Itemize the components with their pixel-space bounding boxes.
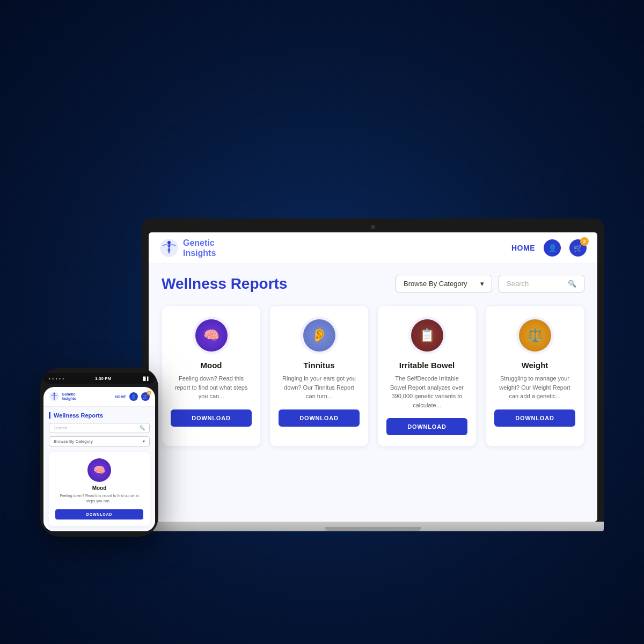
bowel-icon: 📋: [411, 319, 443, 352]
tinnitus-icon-wrap: 👂: [301, 317, 338, 354]
phone-battery: ▐▌▌: [142, 377, 150, 380]
phone-status-bar: • • • • • 1:30 PM ▐▌▌: [43, 373, 155, 384]
phone-cart-icon[interactable]: 🛒 2: [141, 392, 150, 401]
cart-icon[interactable]: 🛒 2: [569, 239, 587, 257]
svg-point-2: [167, 241, 171, 244]
phone-logo-icon: [49, 391, 60, 402]
tinnitus-icon: 👂: [303, 319, 335, 352]
bowel-desc: The SelfDecode Irritable Bowel Report an…: [386, 374, 467, 409]
report-card-tinnitus: 👂 Tinnitus Ringing in your ears got you …: [269, 305, 369, 447]
tinnitus-desc: Ringing in your ears got you down? Our T…: [279, 374, 360, 401]
tinnitus-title: Tinnitus: [279, 361, 360, 370]
logo-icon: [159, 238, 179, 258]
phone-nav: HOME 👤 🛒 2: [115, 392, 150, 401]
scene: Genetic Insights HOME 👤 🛒 2: [40, 80, 604, 564]
nav-home-link[interactable]: HOME: [511, 244, 535, 252]
phone-download-button[interactable]: DOWNLOAD: [55, 509, 143, 519]
phone-chevron-icon: ▾: [143, 439, 145, 444]
app-nav: HOME 👤 🛒 2: [511, 239, 587, 257]
mood-title: Mood: [171, 361, 252, 370]
mood-icon: 🧠: [195, 319, 228, 352]
bowel-title: Irritable Bowel: [386, 361, 467, 370]
phone-nav-home[interactable]: HOME: [115, 395, 126, 399]
mood-download-button[interactable]: DOWNLOAD: [171, 409, 252, 427]
phone-mood-desc: Feeling down? Read this report to find o…: [55, 493, 143, 504]
phone-search-icon: 🔍: [140, 426, 145, 430]
phone-cart-badge: 2: [147, 391, 151, 395]
phone-search-box[interactable]: Search 🔍: [49, 423, 150, 433]
phone-mood-icon: 🧠: [87, 458, 111, 482]
svg-point-5: [54, 393, 55, 394]
phone-signal: • • • • •: [49, 377, 64, 380]
reports-grid: 🧠 Mood Feeling down? Read this report to…: [162, 305, 584, 447]
report-card-weight: ⚖️ Weight Struggling to manage your weig…: [485, 305, 584, 447]
app-header: Genetic Insights HOME 👤 🛒 2: [149, 232, 597, 264]
app-logo: Genetic Insights: [159, 238, 216, 258]
laptop-device: Genetic Insights HOME 👤 🛒 2: [142, 218, 604, 531]
weight-desc: Struggling to manage your weight? Our We…: [494, 374, 575, 401]
weight-icon-wrap: ⚖️: [516, 317, 554, 354]
phone-outer: • • • • • 1:30 PM ▐▌▌: [40, 368, 158, 537]
category-dropdown[interactable]: Browse By Category ▾: [396, 275, 492, 292]
mood-desc: Feeling down? Read this report to find o…: [171, 374, 252, 401]
search-box[interactable]: Search 🔍: [499, 275, 584, 292]
bowel-icon-wrap: 📋: [408, 317, 446, 354]
logo-text: Genetic Insights: [183, 238, 216, 258]
report-card-bowel: 📋 Irritable Bowel The SelfDecode Irritab…: [377, 305, 477, 447]
phone-logo: Genetic Insights: [49, 391, 76, 402]
page-title: Wellness Reports: [162, 275, 287, 292]
phone-user-icon[interactable]: 👤: [129, 392, 138, 401]
laptop-screen: Genetic Insights HOME 👤 🛒 2: [149, 232, 597, 522]
weight-download-button[interactable]: DOWNLOAD: [494, 409, 575, 427]
phone-page-title: Wellness Reports: [49, 412, 150, 419]
phone-category-dropdown[interactable]: Browse By Category ▾: [49, 436, 150, 447]
tinnitus-download-button[interactable]: DOWNLOAD: [279, 409, 360, 427]
weight-title: Weight: [494, 361, 575, 370]
search-icon: 🔍: [568, 280, 576, 288]
laptop-base: [142, 522, 604, 531]
mood-icon-wrap: 🧠: [193, 317, 230, 354]
weight-icon: ⚖️: [519, 319, 551, 352]
user-icon[interactable]: 👤: [544, 239, 561, 257]
phone-content: Wellness Reports Search 🔍 Browse By Cate…: [43, 407, 155, 531]
phone-mood-title: Mood: [55, 485, 143, 491]
phone-time: 1:30 PM: [95, 376, 111, 381]
report-card-mood: 🧠 Mood Feeling down? Read this report to…: [162, 305, 261, 447]
toolbar-right: Browse By Category ▾ Search 🔍: [396, 275, 584, 292]
content-toolbar: Wellness Reports Browse By Category ▾ Se…: [162, 275, 584, 292]
bowel-download-button[interactable]: DOWNLOAD: [386, 418, 467, 435]
phone-device: • • • • • 1:30 PM ▐▌▌: [40, 368, 158, 537]
phone-report-card-mood: 🧠 Mood Feeling down? Read this report to…: [49, 452, 150, 526]
phone-header: Genetic Insights HOME 👤 🛒 2: [43, 387, 155, 407]
phone-logo-text: Genetic Insights: [62, 392, 76, 401]
chevron-down-icon: ▾: [480, 280, 484, 288]
laptop-camera: [371, 225, 375, 229]
phone-screen: Genetic Insights HOME 👤 🛒 2: [43, 387, 155, 531]
cart-badge: 2: [580, 237, 589, 246]
app-content: Wellness Reports Browse By Category ▾ Se…: [149, 264, 597, 522]
